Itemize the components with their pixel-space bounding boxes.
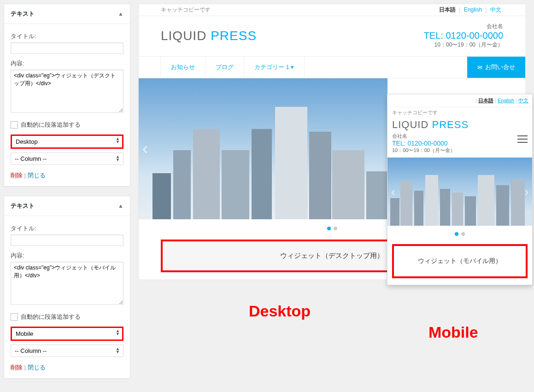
widget-body: タイトル: 内容: <div class="eg">ウィジェット（モバイル用）<…: [4, 216, 130, 378]
mobile-caption: Mobile: [428, 323, 478, 341]
top-bar: キャッチコピーです 日本語 | English | 中文: [139, 4, 525, 16]
device-select[interactable]: Desktop: [11, 135, 123, 149]
title-input[interactable]: [11, 234, 123, 246]
lang-zh[interactable]: 中文: [518, 98, 528, 103]
title-label: タイトル:: [11, 32, 123, 41]
carousel-dot[interactable]: [461, 232, 465, 236]
chevron-down-icon: ▾: [291, 64, 294, 70]
mobile-language-switcher: | 日本語 | English | 中文: [387, 94, 532, 107]
carousel-dot-active[interactable]: [455, 232, 458, 236]
brand-row: LIQUID PRESS 会社名 TEL: 0120-00-0000 10：00…: [139, 16, 525, 56]
collapse-icon: ▲: [118, 203, 123, 209]
company-info: 会社名 TEL: 0120-00-0000 10：00〜19：00（月〜金）: [424, 23, 503, 49]
mobile-logo[interactable]: LIQUID PRESS: [387, 117, 532, 132]
language-switcher: 日本語 | English | 中文: [437, 6, 503, 14]
tel-number: TEL: 0120-00-0000: [392, 140, 528, 147]
widget-header[interactable]: テキスト ▲: [4, 4, 130, 24]
auto-paragraph-row: 自動的に段落追加する: [11, 121, 123, 129]
lang-ja[interactable]: 日本語: [478, 98, 493, 103]
close-link[interactable]: 閉じる: [28, 172, 46, 179]
column-select[interactable]: -- Column --: [11, 345, 123, 357]
text-widget-desktop: テキスト ▲ タイトル: 内容: <div class="eg">ウィジェット（…: [4, 4, 130, 187]
contact-button[interactable]: ✉お問い合せ: [467, 57, 525, 78]
widget-actions: 削除 | 閉じる: [11, 363, 123, 372]
carousel-dot-active[interactable]: [327, 227, 331, 230]
mobile-hero-carousel: ‹ ›: [387, 158, 532, 226]
auto-paragraph-checkbox[interactable]: [11, 313, 18, 321]
mail-icon: ✉: [477, 64, 482, 71]
mobile-widget-frame: ウィジェット（モバイル用）: [392, 244, 528, 278]
content-textarea[interactable]: <div class="eg">ウィジェット（デスクトップ用）</div>: [11, 70, 123, 113]
lang-en[interactable]: English: [462, 6, 484, 13]
delete-link[interactable]: 削除: [11, 172, 23, 179]
collapse-icon: ▲: [118, 11, 123, 17]
nav-blog[interactable]: ブログ: [205, 57, 244, 78]
title-label: タイトル:: [11, 224, 123, 233]
nav-category[interactable]: カテゴリー 1 ▾: [244, 57, 305, 78]
site-logo[interactable]: LIQUID PRESS: [161, 29, 257, 43]
nav-news[interactable]: お知らせ: [161, 57, 205, 78]
widget-header-title: テキスト: [11, 10, 35, 18]
auto-paragraph-label: 自動的に段落追加する: [21, 121, 81, 129]
widget-body: タイトル: 内容: <div class="eg">ウィジェット（デスクトップ用…: [4, 24, 130, 186]
widget-header-title: テキスト: [11, 202, 35, 210]
lang-zh[interactable]: 中文: [488, 6, 503, 13]
carousel-dot[interactable]: [334, 227, 337, 230]
company-name: 会社名: [392, 133, 528, 140]
mobile-preview: | 日本語 | English | 中文 キャッチコピーです LIQUID PR…: [387, 94, 533, 285]
separator: |: [24, 172, 28, 179]
carousel-prev-icon[interactable]: ‹: [142, 139, 148, 158]
lang-en[interactable]: English: [498, 98, 514, 103]
auto-paragraph-checkbox[interactable]: [11, 121, 18, 129]
mobile-carousel-dots: [387, 226, 532, 241]
close-link[interactable]: 閉じる: [28, 364, 46, 371]
widget-sidebar: テキスト ▲ タイトル: 内容: <div class="eg">ウィジェット（…: [4, 4, 130, 388]
separator: |: [24, 364, 28, 371]
mobile-catch-copy: キャッチコピーです: [387, 107, 532, 117]
device-select[interactable]: Mobile: [11, 327, 123, 341]
carousel-prev-icon[interactable]: ‹: [391, 185, 395, 199]
mobile-company-info: 会社名 TEL: 0120-00-0000 10：00〜19：00（月〜金）: [387, 132, 532, 158]
column-select[interactable]: -- Column --: [11, 152, 123, 165]
catch-copy: キャッチコピーです: [161, 6, 211, 14]
text-widget-mobile: テキスト ▲ タイトル: 内容: <div class="eg">ウィジェット（…: [4, 196, 130, 379]
carousel-next-icon[interactable]: ›: [524, 185, 528, 199]
hamburger-icon[interactable]: [517, 133, 528, 145]
title-input[interactable]: [11, 42, 123, 54]
auto-paragraph-label: 自動的に段落追加する: [21, 313, 81, 321]
desktop-caption: Desktop: [249, 302, 311, 320]
widget-actions: 削除 | 閉じる: [11, 171, 123, 180]
content-label: 内容:: [11, 252, 123, 260]
tel-number: TEL: 0120-00-0000: [424, 30, 503, 41]
hero-carousel: ‹: [139, 78, 387, 219]
delete-link[interactable]: 削除: [11, 364, 23, 371]
content-label: 内容:: [11, 59, 123, 68]
content-textarea[interactable]: <div class="eg">ウィジェット（モバイル用）</div>: [11, 262, 123, 305]
company-name: 会社名: [424, 23, 503, 30]
auto-paragraph-row: 自動的に段落追加する: [11, 313, 123, 321]
business-hours: 10：00〜19：00（月〜金）: [424, 41, 503, 49]
lang-ja[interactable]: 日本語: [437, 6, 458, 13]
main-nav: お知らせ ブログ カテゴリー 1 ▾ ✉お問い合せ: [139, 56, 525, 78]
business-hours: 10：00〜19：00（月〜金）: [392, 147, 528, 154]
widget-header[interactable]: テキスト ▲: [4, 196, 130, 216]
